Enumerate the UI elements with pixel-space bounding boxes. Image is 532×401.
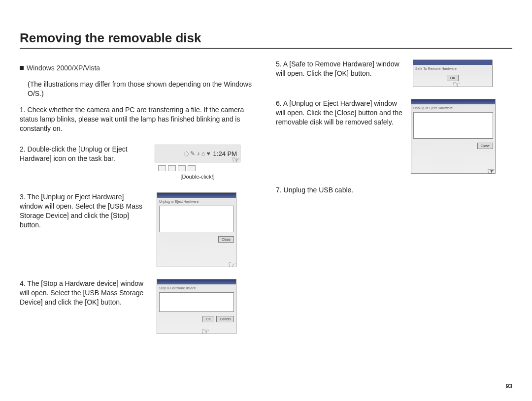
content-columns: Windows 2000/XP/Vista (The illustrations… (20, 57, 512, 346)
step-2-caption: [Double-click!] (180, 173, 214, 181)
step-6: 6. A [Unplug or Eject Hardware] window w… (276, 99, 512, 174)
dialog-body: Unplug or Eject Hardware (157, 198, 236, 234)
cursor-icon (487, 165, 497, 175)
step-4-figure: Stop a Hardware device OK Cancel (155, 279, 238, 334)
taskbar-button (178, 165, 186, 171)
manual-page: Removing the removable disk Windows 2000… (0, 0, 532, 401)
step-3-figure: Unplug or Eject Hardware Close (155, 192, 238, 267)
step-5: 5. A [Safe to Remove Hardware] window wi… (276, 60, 512, 87)
tray-icons: ◌ ✎ ♪ ⌂ ♥ (184, 150, 210, 157)
step-5-figure: Safe To Remove Hardware OK (411, 60, 495, 87)
step-5-text: 5. A [Safe to Remove Hardware] window wi… (276, 60, 404, 78)
taskbar-button (188, 165, 196, 171)
steps-right: 5. A [Safe to Remove Hardware] window wi… (276, 60, 512, 195)
steps-left: 1. Check whether the camera and PC are t… (20, 105, 256, 335)
dialog-titlebar (413, 60, 492, 65)
dialog-titlebar (157, 193, 236, 198)
dialog-titlebar (411, 99, 495, 104)
taskbar-button (168, 165, 176, 171)
taskbar-button (158, 165, 166, 171)
device-list (159, 206, 234, 232)
page-title: Removing the removable disk (20, 30, 512, 47)
step-2-figure: ◌ ✎ ♪ ⌂ ♥ 1:24 PM [Double-click!] (155, 145, 240, 181)
platform-heading: Windows 2000/XP/Vista (20, 63, 256, 73)
step-4-text: 4. The [Stop a Hardware device] window w… (20, 279, 148, 307)
dialog-buttons: Close (411, 141, 495, 151)
cursor-icon (228, 259, 238, 269)
dialog-buttons: Close (157, 234, 236, 245)
unplug-dialog-screenshot-2: Unplug or Eject Hardware Close (411, 99, 496, 174)
cancel-button: Cancel (216, 316, 234, 322)
step-4: 4. The [Stop a Hardware device] window w… (20, 279, 256, 334)
safe-remove-dialog-screenshot: Safe To Remove Hardware OK (413, 60, 493, 87)
step-2: 2. Double-click the [Unplug or Eject Har… (20, 145, 256, 181)
step-3-text: 3. The [Unplug or Eject Hardware] window… (20, 192, 148, 230)
step-1-text: 1. Check whether the camera and PC are t… (20, 105, 256, 133)
cursor-icon (453, 79, 463, 89)
unplug-dialog-screenshot: Unplug or Eject Hardware Close (157, 192, 236, 267)
right-column: 5. A [Safe to Remove Hardware] window wi… (276, 57, 512, 346)
taskbar-tray: ◌ ✎ ♪ ⌂ ♥ 1:24 PM (155, 145, 240, 162)
cursor-icon (201, 326, 211, 336)
stop-device-dialog-screenshot: Stop a Hardware device OK Cancel (157, 279, 236, 334)
device-list (159, 292, 234, 312)
title-rule (20, 48, 512, 49)
platform-label: Windows 2000/XP/Vista (27, 64, 100, 72)
dialog-titlebar (157, 279, 236, 284)
square-bullet-icon (20, 66, 24, 70)
step-2-text: 2. Double-click the [Unplug or Eject Har… (20, 145, 148, 163)
step-6-figure: Unplug or Eject Hardware Close (411, 99, 496, 174)
disclaimer: (The illustrations may differ from those… (28, 80, 256, 98)
left-column: Windows 2000/XP/Vista (The illustrations… (20, 57, 256, 346)
dialog-body: Safe To Remove Hardware (413, 65, 492, 73)
step-7-text: 7. Unplug the USB cable. (276, 185, 512, 195)
taskbar-buttons (158, 165, 237, 171)
dialog-body: Unplug or Eject Hardware (411, 104, 495, 141)
dialog-body: Stop a Hardware device (157, 284, 236, 314)
cursor-icon (232, 154, 242, 164)
dialog-buttons: OK Cancel (157, 314, 236, 324)
close-button: Close (218, 236, 234, 243)
step-6-text: 6. A [Unplug or Eject Hardware] window w… (276, 99, 404, 127)
close-button: Close (477, 143, 493, 149)
device-list (413, 112, 493, 139)
step-3: 3. The [Unplug or Eject Hardware] window… (20, 192, 256, 267)
page-number: 93 (506, 382, 512, 390)
step-1: 1. Check whether the camera and PC are t… (20, 105, 256, 133)
step-7: 7. Unplug the USB cable. (276, 185, 512, 195)
ok-button: OK (202, 316, 214, 322)
